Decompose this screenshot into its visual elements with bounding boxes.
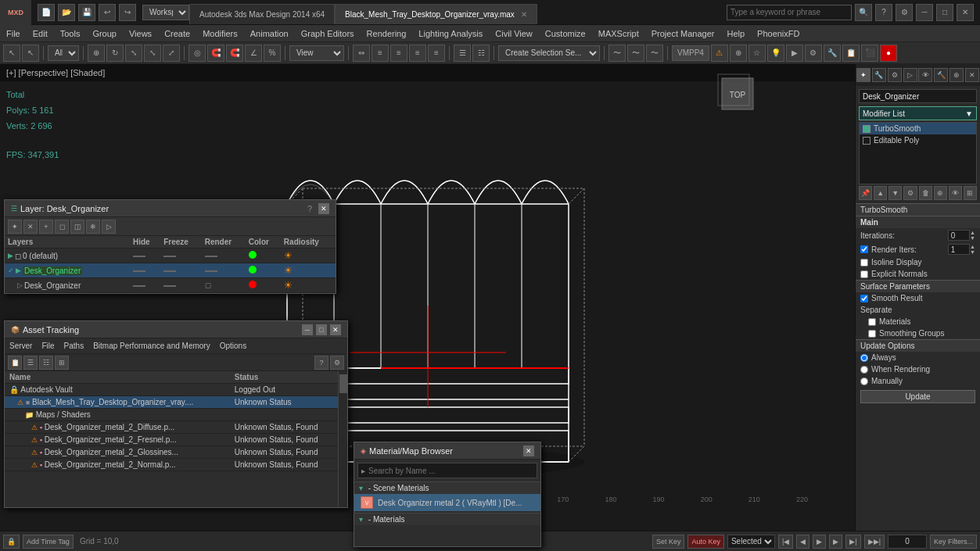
menu-lighting[interactable]: Lighting Analysis	[412, 25, 489, 41]
modifier-turbosmooth[interactable]: TurboSmooth	[860, 123, 976, 134]
materials-check[interactable]	[868, 318, 876, 326]
when-rendering-radio[interactable]	[860, 366, 868, 374]
align3-btn[interactable]: ≡	[409, 45, 426, 62]
menu-civil[interactable]: Civil View	[489, 25, 538, 41]
isoline-check[interactable]	[860, 259, 868, 267]
iterations-input[interactable]	[948, 230, 970, 241]
new-btn[interactable]: 📄	[38, 4, 55, 21]
asset-table-scroll[interactable]: Name Status 🔒 Autodesk Vault Logged Out	[5, 371, 338, 507]
filter-dropdown[interactable]: All	[48, 45, 79, 61]
asset-dialog-titlebar[interactable]: 📦 Asset Tracking ─ □ ✕	[5, 321, 347, 338]
mb-scene-materials-section[interactable]: ▾ - Scene Materials	[354, 481, 540, 494]
rp-utils-tab[interactable]: 🔨	[934, 68, 948, 82]
menu-modifiers[interactable]: Modifiers	[196, 25, 244, 41]
auto-key-btn[interactable]: Auto Key	[687, 535, 724, 549]
always-radio[interactable]	[860, 354, 868, 362]
asset-menu-server[interactable]: Server	[5, 338, 37, 353]
asset-icon1[interactable]: 📋	[8, 356, 22, 370]
table-row[interactable]: ✓ ▶ Desk_Organizer ☀	[5, 263, 336, 278]
table-row[interactable]: ⚠ ▪ Desk_Organizer_metal_2_Diffuse.p... …	[5, 421, 338, 434]
asset-icon2[interactable]: ☰	[23, 356, 38, 370]
search-btn[interactable]: 🔍	[855, 4, 872, 21]
mod-up-btn[interactable]: ▲	[874, 186, 887, 200]
asset-help-btn[interactable]: ?	[314, 356, 328, 370]
mod-add-btn[interactable]: ⊕	[934, 186, 947, 200]
asset-max-btn[interactable]: □	[316, 324, 327, 335]
snaps2-btn[interactable]: 🧲	[226, 45, 243, 62]
menu-file[interactable]: File	[0, 25, 27, 41]
layer-add-btn[interactable]: +	[39, 220, 53, 234]
help-btn[interactable]: ?	[875, 4, 892, 21]
render-iters-spinner[interactable]: ▲ ▼	[970, 244, 975, 255]
layer-del-btn[interactable]: ✕	[23, 220, 38, 234]
mod-show-btn[interactable]: 👁	[949, 186, 962, 200]
scale2-btn[interactable]: ⤡	[144, 45, 161, 62]
layer-new-btn[interactable]: ✦	[8, 220, 22, 234]
menu-help[interactable]: Help	[720, 25, 751, 41]
workspace-dropdown[interactable]: Workspace: Default	[142, 5, 189, 20]
iterations-spinner[interactable]: ▲ ▼	[970, 230, 975, 241]
update-options-section[interactable]: Update Options	[856, 339, 980, 352]
asset-scrollbar[interactable]	[338, 371, 347, 507]
layer-close-btn[interactable]: ✕	[318, 203, 329, 214]
table-row[interactable]: ⚠ ▪ Desk_Organizer_metal_2_Glossines... …	[5, 446, 338, 459]
set-key-btn[interactable]: Set Key	[652, 535, 685, 549]
table-row[interactable]: 🔒 Autodesk Vault Logged Out	[5, 384, 338, 396]
layer-freeze-btn[interactable]: ❄	[86, 220, 100, 234]
asset-menu-options[interactable]: Options	[215, 338, 251, 353]
maximize-btn[interactable]: □	[936, 4, 953, 21]
table-row[interactable]: ▶ ◻ 0 (default) ☀	[5, 249, 336, 263]
view-dropdown[interactable]: View	[289, 45, 344, 61]
menu-graph-editors[interactable]: Graph Editors	[295, 25, 361, 41]
layer-render-btn[interactable]: ▷	[102, 220, 116, 234]
next-btn[interactable]: ▶	[829, 535, 842, 549]
menu-phoenix[interactable]: PhoenixFD	[751, 25, 806, 41]
mod-down-btn[interactable]: ▼	[888, 186, 902, 200]
render-iters-input[interactable]	[948, 244, 970, 255]
settings-btn[interactable]: ⚙	[896, 4, 913, 21]
asset-min-btn[interactable]: ─	[302, 324, 313, 335]
modifier-editablepoly[interactable]: Editable Poly	[860, 134, 976, 146]
mb-close-btn[interactable]: ✕	[523, 445, 534, 456]
menu-animation[interactable]: Animation	[244, 25, 295, 41]
menu-project[interactable]: Project Manager	[645, 25, 721, 41]
curve3-btn[interactable]: 〜	[646, 45, 663, 62]
layer-dialog-titlebar[interactable]: ☰ Layer: Desk_Organizer ? ✕	[5, 200, 336, 217]
extra5-btn[interactable]: ⚙	[805, 45, 822, 62]
menu-views[interactable]: Views	[123, 25, 158, 41]
open-btn[interactable]: 📂	[58, 4, 75, 21]
extra9-btn[interactable]: ●	[880, 45, 897, 62]
align-btn[interactable]: ≡	[372, 45, 389, 62]
menu-group[interactable]: Group	[86, 25, 123, 41]
mirror-btn[interactable]: ⇔	[353, 45, 370, 62]
extra7-btn[interactable]: 📋	[842, 45, 860, 62]
play-btn[interactable]: ▶	[813, 535, 826, 549]
modifier-list-dropdown[interactable]: Modifier List ▼	[859, 106, 977, 120]
ref-btn[interactable]: ◎	[188, 45, 206, 62]
extra1-btn[interactable]: ⊕	[730, 45, 747, 62]
rp-display-tab[interactable]: 👁	[918, 68, 932, 82]
search-input[interactable]	[727, 5, 852, 20]
rp-hier-tab[interactable]: ⚙	[888, 68, 902, 82]
align4-btn[interactable]: ≡	[428, 45, 445, 62]
rp-extra-tab[interactable]: ⊕	[949, 68, 964, 82]
table-row[interactable]: 📁 Maps / Shaders	[5, 409, 338, 421]
extra8-btn[interactable]: ⬛	[861, 45, 878, 62]
smooth-result-check[interactable]	[860, 295, 868, 302]
file-tab[interactable]: Black_Mesh_Tray_Desktop_Organizer_vray.m…	[335, 4, 537, 24]
menu-edit[interactable]: Edit	[27, 25, 54, 41]
lock-btn[interactable]: 🔒	[3, 535, 20, 549]
curve-btn[interactable]: 〜	[608, 45, 626, 62]
redo-btn[interactable]: ↪	[119, 4, 136, 21]
explicit-normals-check[interactable]	[860, 270, 868, 278]
curve2-btn[interactable]: 〜	[627, 45, 644, 62]
turbossmooth-title[interactable]: TurboSmooth	[856, 203, 980, 216]
ribbon-btn[interactable]: ☷	[472, 45, 490, 62]
scale3-btn[interactable]: ⤢	[163, 45, 180, 62]
layer-btn[interactable]: ☰	[454, 45, 471, 62]
warn-btn[interactable]: ⚠	[711, 45, 728, 62]
align2-btn[interactable]: ≡	[390, 45, 407, 62]
mb-dialog-titlebar[interactable]: ◈ Material/Map Browser ✕	[354, 442, 540, 460]
object-name-input[interactable]	[859, 89, 977, 103]
asset-menu-paths[interactable]: Paths	[59, 338, 89, 353]
